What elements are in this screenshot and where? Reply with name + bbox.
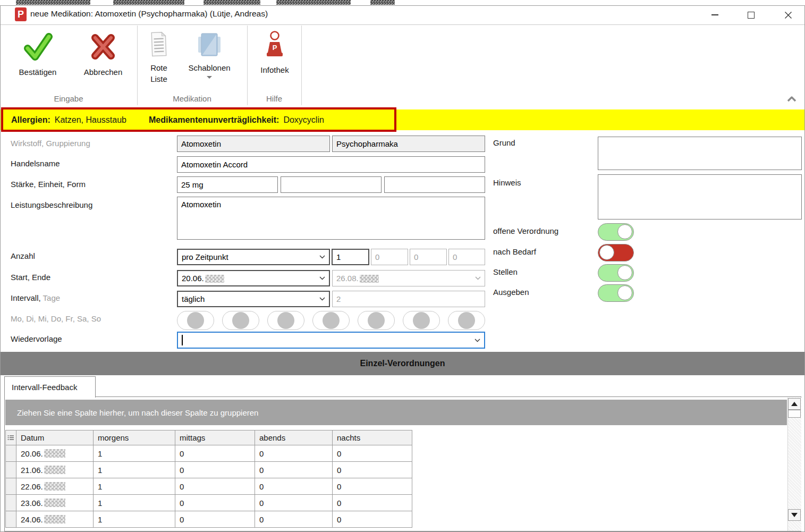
ribbon-separator [247,26,248,105]
cell-abends[interactable]: 0 [255,511,333,528]
cell-abends[interactable]: 0 [255,478,333,495]
cell-nachts[interactable]: 0 [333,495,412,511]
group-by-drop-zone[interactable]: Ziehen Sie eine Spalte hierher, um nach … [5,400,787,425]
infothek-button[interactable]: P Infothek [254,30,295,75]
text-caret [182,335,183,345]
weekday-toggle-do[interactable] [312,311,350,330]
scroll-up-button[interactable] [788,398,801,410]
ausgeben-toggle[interactable] [598,284,634,302]
weekday-toggle-fr[interactable] [358,311,395,330]
window-title: neue Medikation: Atomoxetin (Psychopharm… [30,9,268,19]
anzahl-nachts-field[interactable]: 0 [448,249,485,265]
cell-abends[interactable]: 0 [255,462,333,478]
table-row[interactable]: 24.06. 1 0 0 0 [5,511,413,528]
anzahl-morgens-field[interactable]: 1 [332,249,369,265]
table-row[interactable]: 20.06. 1 0 0 0 [5,445,413,462]
anzahl-label: Anzahl [11,251,35,260]
confirm-button[interactable]: Bestätigen [11,30,65,78]
table-row[interactable]: 21.06. 1 0 0 0 [5,462,413,478]
row-selector[interactable] [5,511,16,528]
column-header-datum[interactable]: Datum [16,430,94,445]
tage-field[interactable]: 2 [332,291,485,307]
column-header-mittags[interactable]: mittags [175,430,255,445]
wiedervorlage-dropdown[interactable] [177,332,485,349]
stellen-toggle[interactable] [598,264,634,282]
table-header-row: Datum morgens mittags abends nachts [5,430,413,445]
weekday-toggle-mo[interactable] [177,311,214,330]
scrollbar-thumb[interactable] [788,410,801,418]
row-selector[interactable] [5,462,16,478]
hinweis-textarea[interactable] [598,174,802,219]
cell-abends[interactable]: 0 [255,445,333,462]
intervall-dropdown[interactable]: täglich [177,291,330,307]
cell-morgens[interactable]: 1 [94,495,175,511]
weekday-toggle-sa[interactable] [403,311,440,330]
cancel-button[interactable]: Abbrechen [76,30,130,78]
cell-datum[interactable]: 24.06. [16,511,94,528]
screen: P neue Medikation: Atomoxetin (Psychopha… [0,0,805,532]
hinweis-label: Hinweis [493,178,521,187]
handelsname-field[interactable]: Atomoxetin Accord [177,156,485,173]
einheit-field[interactable] [281,176,382,193]
wirkstoff-field[interactable]: Atomoxetin [177,136,330,152]
table-row[interactable]: 22.06. 1 0 0 0 [5,478,413,495]
handelsname-label: Handelsname [11,159,60,168]
cell-nachts[interactable]: 0 [333,462,412,478]
cell-morgens[interactable]: 1 [94,462,175,478]
chevron-down-icon [475,276,481,280]
column-header-abends[interactable]: abends [255,430,333,445]
cell-mittags[interactable]: 0 [175,478,255,495]
row-selector-header[interactable] [5,430,16,445]
cell-nachts[interactable]: 0 [333,445,412,462]
cell-nachts[interactable]: 0 [333,511,412,528]
cell-datum[interactable]: 21.06. [16,462,94,478]
leistung-textarea[interactable]: Atomoxetin [177,197,485,240]
minimize-button[interactable] [702,5,727,24]
start-date-dropdown[interactable]: 20.06. [177,270,330,286]
anzahl-mittags-field[interactable]: 0 [371,249,408,265]
cell-morgens[interactable]: 1 [94,478,175,495]
row-selector[interactable] [5,445,16,462]
redacted-year [44,449,65,458]
nach-bedarf-toggle[interactable] [598,244,634,261]
row-selector[interactable] [5,495,16,511]
cell-datum[interactable]: 23.06. [16,495,94,511]
cell-datum[interactable]: 22.06. [16,478,94,495]
cell-mittags[interactable]: 0 [175,495,255,511]
scroll-down-button[interactable] [788,509,801,521]
cell-morgens[interactable]: 1 [94,511,175,528]
maximize-icon [748,12,755,19]
column-header-morgens[interactable]: morgens [94,430,175,445]
table-row[interactable]: 23.06. 1 0 0 0 [5,495,413,511]
tab-intervall-feedback[interactable]: Intervall-Feedback [4,376,96,398]
weekday-toggle-mi[interactable] [267,311,304,330]
cell-mittags[interactable]: 0 [175,511,255,528]
weekdays-label: Mo, Di, Mi, Do, Fr, Sa, So [11,314,101,323]
close-button[interactable] [776,5,800,24]
ende-date-dropdown[interactable]: 26.08. [332,270,485,286]
schablonen-button[interactable]: Schablonen [180,30,239,79]
weekday-toggle-so[interactable] [448,311,485,330]
cell-abends[interactable]: 0 [255,495,333,511]
cell-mittags[interactable]: 0 [175,445,255,462]
staerke-field[interactable]: 25 mg [177,176,278,193]
column-header-nachts[interactable]: nachts [333,430,412,445]
form-field[interactable] [384,176,485,193]
rote-liste-button[interactable]: Rote Liste [142,30,175,85]
collapse-ribbon-button[interactable] [784,94,799,105]
maximize-button[interactable] [739,5,763,24]
weekday-toggle-di[interactable] [222,311,259,330]
redacted-text-block [370,0,395,5]
offene-verordnung-toggle[interactable] [598,223,634,241]
anzahl-mode-dropdown[interactable]: pro Zeitpunkt [177,249,330,265]
cell-datum[interactable]: 20.06. [16,445,94,462]
row-selector[interactable] [5,478,16,495]
intolerance-label: Medikamentenunverträglichkeit: [149,115,279,125]
anzahl-abends-field[interactable]: 0 [410,249,447,265]
grund-textarea[interactable] [598,137,802,170]
cell-mittags[interactable]: 0 [175,462,255,478]
cell-morgens[interactable]: 1 [94,445,175,462]
gruppierung-field[interactable]: Psychopharmaka [332,136,485,152]
cell-nachts[interactable]: 0 [333,478,412,495]
chevron-down-icon [319,255,325,259]
